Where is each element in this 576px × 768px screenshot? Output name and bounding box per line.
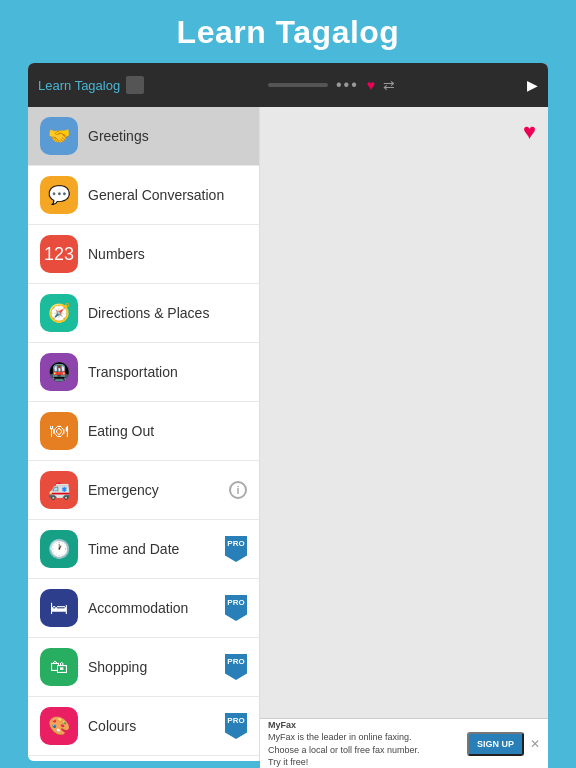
- phone-frame: Learn Tagalog ••• ♥ ⇄ ▶ 🤝Greetings💬Gener…: [28, 63, 548, 761]
- colours-icon: 🎨: [40, 707, 78, 745]
- shopping-pro-badge: PRO: [225, 654, 247, 680]
- sidebar-item-shopping[interactable]: 🛍ShoppingPRO: [28, 638, 259, 697]
- emergency-icon: 🚑: [40, 471, 78, 509]
- app-name-label: Learn Tagalog: [38, 78, 120, 93]
- greetings-icon: 🤝: [40, 117, 78, 155]
- eating-out-label: Eating Out: [88, 423, 247, 439]
- content-area: 🤝Greetings💬General Conversation123Number…: [28, 107, 548, 761]
- general-conversation-label: General Conversation: [88, 187, 247, 203]
- transportation-label: Transportation: [88, 364, 247, 380]
- shopping-label: Shopping: [88, 659, 225, 675]
- heart-favorite-icon[interactable]: ♥: [523, 119, 536, 145]
- numbers-icon: 123: [40, 235, 78, 273]
- accommodation-pro-badge: PRO: [225, 595, 247, 621]
- time-and-date-pro-badge: PRO: [225, 536, 247, 562]
- dots-icon[interactable]: •••: [336, 76, 359, 94]
- sidebar-item-numbers[interactable]: 123Numbers: [28, 225, 259, 284]
- transportation-icon: 🚇: [40, 353, 78, 391]
- sidebar-item-emergency[interactable]: 🚑Emergencyi: [28, 461, 259, 520]
- emergency-label: Emergency: [88, 482, 229, 498]
- ad-text: MyFax MyFax is the leader in online faxi…: [268, 719, 461, 768]
- shuffle-icon[interactable]: ⇄: [383, 77, 395, 93]
- ad-close-icon[interactable]: ✕: [530, 737, 540, 751]
- sidebar-item-general-conversation[interactable]: 💬General Conversation: [28, 166, 259, 225]
- accommodation-label: Accommodation: [88, 600, 225, 616]
- status-bar: Learn Tagalog ••• ♥ ⇄ ▶: [28, 63, 548, 107]
- ad-line2: Choose a local or toll free fax number.: [268, 744, 461, 756]
- play-button[interactable]: ▶: [527, 77, 538, 93]
- heart-icon-bar[interactable]: ♥: [367, 77, 375, 93]
- accommodation-icon: 🛏: [40, 589, 78, 627]
- greetings-label: Greetings: [88, 128, 247, 144]
- sidebar-item-directions-places[interactable]: 🧭Directions & Places: [28, 284, 259, 343]
- sidebar-item-accommodation[interactable]: 🛏AccommodationPRO: [28, 579, 259, 638]
- sidebar-item-eating-out[interactable]: 🍽Eating Out: [28, 402, 259, 461]
- sidebar-item-regions-and-cities[interactable]: 🏙Regions and CitiesPRO: [28, 756, 259, 761]
- sidebar-item-transportation[interactable]: 🚇Transportation: [28, 343, 259, 402]
- book-icon: [126, 76, 144, 94]
- status-bar-center: ••• ♥ ⇄: [144, 76, 519, 94]
- ad-line1: MyFax is the leader in online faxing.: [268, 731, 461, 743]
- sign-up-button[interactable]: SIGN UP: [467, 732, 524, 756]
- directions-places-label: Directions & Places: [88, 305, 247, 321]
- progress-bar: [268, 83, 328, 87]
- numbers-label: Numbers: [88, 246, 247, 262]
- directions-places-icon: 🧭: [40, 294, 78, 332]
- ad-line3: Try it free!: [268, 756, 461, 768]
- sidebar-item-greetings[interactable]: 🤝Greetings: [28, 107, 259, 166]
- ad-brand: MyFax: [268, 719, 461, 731]
- main-content: ♥: [260, 107, 548, 761]
- app-title: Learn Tagalog: [0, 0, 576, 63]
- sidebar: 🤝Greetings💬General Conversation123Number…: [28, 107, 260, 761]
- time-and-date-label: Time and Date: [88, 541, 225, 557]
- shopping-icon: 🛍: [40, 648, 78, 686]
- time-and-date-icon: 🕐: [40, 530, 78, 568]
- sidebar-item-colours[interactable]: 🎨ColoursPRO: [28, 697, 259, 756]
- ad-banner: MyFax MyFax is the leader in online faxi…: [260, 718, 548, 768]
- colours-label: Colours: [88, 718, 225, 734]
- eating-out-icon: 🍽: [40, 412, 78, 450]
- colours-pro-badge: PRO: [225, 713, 247, 739]
- sidebar-item-time-and-date[interactable]: 🕐Time and DatePRO: [28, 520, 259, 579]
- status-bar-left: Learn Tagalog: [38, 76, 144, 94]
- emergency-info-badge[interactable]: i: [229, 481, 247, 499]
- general-conversation-icon: 💬: [40, 176, 78, 214]
